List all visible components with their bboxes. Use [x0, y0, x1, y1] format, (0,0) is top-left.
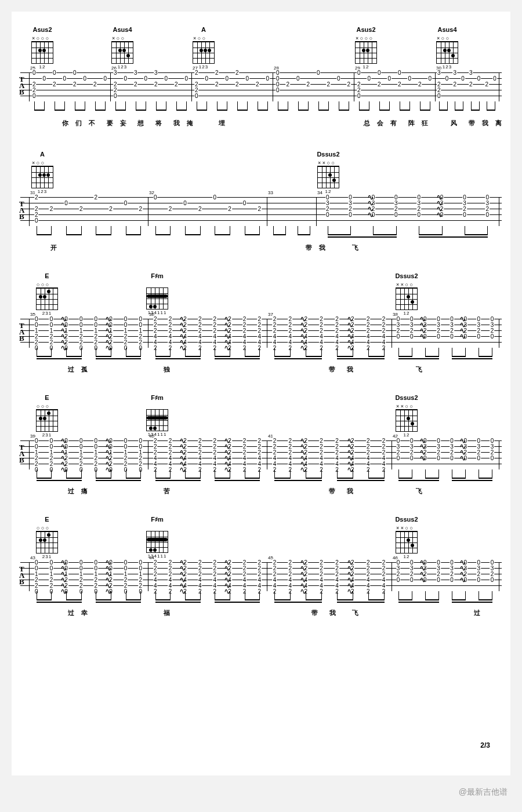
chord-diagram: Dssus2× × ○ ○12 [394, 394, 419, 438]
lyric-line: 带 我 [328, 487, 354, 496]
tab-system: 43444546001220001220001220∿∿∿∿∿∿00122000… [20, 562, 502, 591]
lyric-line: 开 [49, 243, 58, 252]
tab-system: 39404142001220001220001220∿∿∿∿∿∿00122000… [20, 440, 502, 469]
page: { "page_number": "2/3", "watermark": "@最… [0, 0, 522, 812]
lyric-line: 带 我 飞 [310, 609, 360, 617]
tab-label: TAB [19, 566, 24, 585]
page-number: 2/3 [480, 741, 490, 749]
lyric-line: 飞 [415, 365, 423, 374]
tab-label: TAB [19, 322, 24, 341]
chord-diagram: Asus2× ○ ○ ○12 [30, 26, 55, 70]
lyric-line: 埋 [217, 119, 226, 128]
lyric-line: 过 [473, 609, 481, 617]
chord-diagram: Asus2× ○ ○ ○12 [354, 26, 378, 70]
tab-label: TAB [19, 444, 24, 463]
lyric-line: 过 孤 [67, 365, 89, 374]
chord-diagram: A× ○ ○123 [30, 151, 55, 194]
chord-diagram: E○ ○ ○231 [35, 394, 59, 438]
chord-diagram: F♯m134111 [145, 516, 169, 559]
lyric-line: 过 痛 [67, 487, 89, 496]
tab-label: TAB [19, 201, 24, 220]
lyric-line: 飞 [351, 243, 360, 252]
chord-diagram: Dssus2× × ○ ○12 [394, 516, 419, 559]
chord-diagram: Asus4× ○ ○123 [110, 26, 135, 70]
watermark: @最新吉他谱 [459, 787, 507, 798]
lyric-line: 福 [162, 609, 171, 617]
lyric-line: 风 带 我 离 [449, 119, 503, 128]
lyric-line: 想 将 我 掩 [136, 119, 194, 128]
chord-diagram: Asus4× ○ ○123 [435, 26, 459, 70]
tab-system: 313233342220202220202020202032003200320∿… [20, 197, 502, 226]
tab-label: TAB [19, 76, 24, 95]
chord-diagram: F♯m134111 [145, 394, 169, 437]
lyric-line: 总 会 有 阵 狂 [362, 119, 429, 128]
chord-diagram: E○ ○ ○231 [35, 272, 59, 316]
lyric-line: 苦 [162, 487, 171, 496]
chord-diagram: Dssus2× × ○ ○12 [394, 272, 419, 316]
lyric-line: 过 幸 [67, 609, 89, 617]
chord-diagram: Dssus2× × ○ ○12 [316, 151, 340, 194]
sheet: { "page_number": "2/3", "watermark": "@最… [12, 12, 510, 775]
chord-diagram: F♯m134111 [145, 272, 169, 315]
lyric-line: 带 我 [304, 243, 327, 252]
lyric-line: 你 们 不 要 妄 [61, 119, 128, 128]
tab-system: 35363738001220001220001220∿∿∿∿∿∿00122000… [20, 319, 502, 348]
lyric-line: 独 [162, 365, 171, 374]
lyric-line: 飞 [415, 487, 423, 496]
tab-system: 2526272829300220002002020322003203202022… [20, 72, 502, 101]
chord-diagram: E○ ○ ○231 [35, 516, 59, 559]
lyric-line: 带 我 [328, 365, 354, 374]
chord-diagram: A× ○ ○123 [191, 26, 216, 70]
